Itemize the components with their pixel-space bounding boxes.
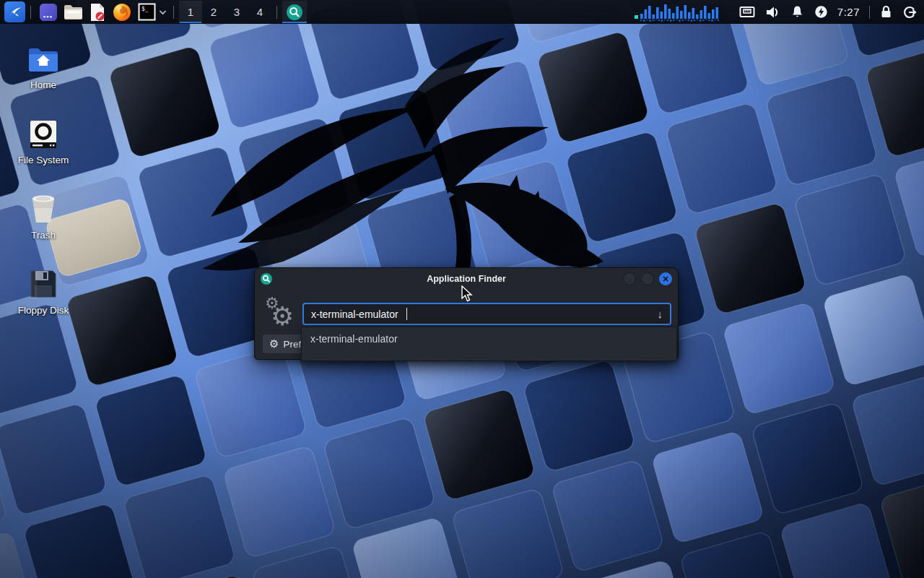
search-input[interactable]: x-terminal-emulator ↓ (302, 303, 671, 325)
workspace-label: 1 (188, 6, 193, 18)
workspace-4[interactable]: 4 (248, 1, 271, 23)
xterm-icon: $_ (138, 3, 156, 21)
panel-separator (30, 6, 31, 19)
workspace-label: 2 (211, 6, 217, 18)
home-folder-icon (27, 40, 59, 74)
notifications-icon[interactable] (790, 5, 804, 19)
panel-separator (869, 6, 870, 19)
taskbar-app-finder[interactable] (282, 1, 307, 23)
text-editor-icon (89, 3, 106, 22)
app-finder-icon (287, 4, 302, 20)
gears-icon: ⚙⚙ (263, 294, 300, 332)
desktop-icon-label: File System (18, 155, 69, 165)
qterminal-icon (39, 3, 58, 22)
workspace-1[interactable]: 1 (179, 1, 202, 23)
desktop-icon-label: Trash (31, 230, 56, 241)
launcher-file-manager[interactable] (62, 1, 84, 23)
trash-icon (28, 191, 58, 224)
launcher-firefox[interactable] (111, 1, 133, 23)
cpu-graph[interactable] (635, 3, 721, 22)
completion-dropdown: x-terminal-emulator (301, 327, 677, 361)
workspace-3[interactable]: 3 (225, 1, 248, 23)
desktop-icon-label: Floppy Disk (18, 305, 69, 316)
desktop-icon-file-system[interactable]: File System (9, 116, 78, 165)
panel-separator (276, 6, 277, 19)
mouse-cursor (460, 285, 474, 303)
desktop-icon-label: Home (30, 79, 56, 90)
desktop-icon-home[interactable]: Home (9, 40, 78, 90)
floppy-disk-icon (29, 266, 58, 299)
svg-text:$_: $_ (141, 6, 149, 12)
top-panel: $_ 1 2 3 4 (0, 0, 924, 24)
desktop-icon-floppy-disk[interactable]: Floppy Disk (9, 266, 78, 316)
file-system-drive-icon (28, 116, 58, 149)
completion-item[interactable]: x-terminal-emulator (302, 327, 676, 345)
power-icon[interactable] (814, 5, 828, 19)
file-manager-icon (64, 4, 83, 21)
applications-menu-button[interactable] (4, 1, 25, 22)
text-caret (406, 308, 407, 320)
close-button[interactable]: ✕ (659, 272, 672, 285)
chevron-down-icon[interactable] (159, 8, 167, 17)
desktop-icon-trash[interactable]: Trash (9, 191, 78, 241)
launcher-xterm[interactable]: $_ (136, 1, 157, 23)
maximize-button[interactable] (641, 272, 654, 285)
workspace-2[interactable]: 2 (202, 1, 225, 23)
window-title: Application Finder (255, 274, 678, 284)
launcher-text-editor[interactable] (87, 1, 108, 23)
volume-icon[interactable] (765, 6, 780, 19)
dropdown-arrow-icon[interactable]: ↓ (658, 308, 663, 320)
minimize-button[interactable] (623, 272, 636, 285)
logout-icon[interactable] (902, 5, 917, 20)
workspace-label: 3 (234, 6, 240, 18)
lock-icon[interactable] (880, 5, 892, 19)
panel-clock[interactable]: 7:27 (837, 6, 860, 18)
search-input-value: x-terminal-emulator (311, 309, 398, 320)
firefox-icon (113, 3, 131, 22)
desktop-root: Home File System Trash (0, 0, 924, 578)
kali-menu-icon (7, 4, 23, 20)
panel-separator (173, 6, 174, 19)
workspace-label: 4 (257, 6, 263, 18)
launcher-terminal[interactable] (38, 1, 59, 23)
gear-icon: ⚙ (269, 337, 279, 350)
network-icon[interactable] (739, 6, 755, 19)
